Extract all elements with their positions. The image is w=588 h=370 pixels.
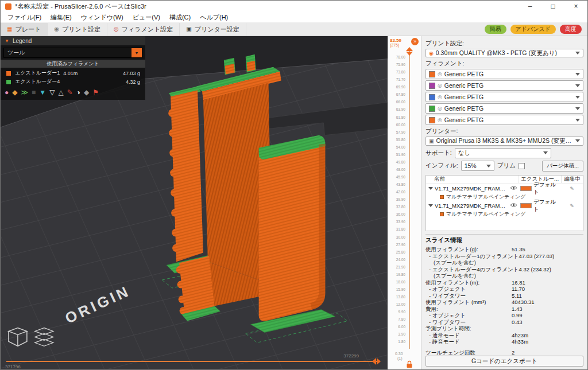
eye-icon[interactable] [508,185,519,192]
legend-view-options: ●◆≫■▼▽△✎◑◆⚑ [1,86,145,100]
menu-item[interactable]: 構成(C) [165,13,195,22]
slice-info-value: 0.99 [512,312,523,319]
layer-tick: 69.90 [388,85,405,89]
filament-select[interactable]: ◎ Generic PETG [425,69,583,79]
filament-name: Generic PETG [444,94,483,100]
minimize-button[interactable]: – [519,1,541,12]
layer-slider-column: » 82.50 (275) 78.0075.9073.8071.7069.906… [388,36,421,369]
window-title: *名称未設定 - PrusaSlicer-2.6.0 ベースはSlic3r [15,2,146,11]
filament-select[interactable]: ◎ Generic PETG [425,80,583,91]
infill-label: インフィル: [425,162,458,170]
layer-tick: 39.90 [388,198,405,202]
legend-view-option-icon[interactable]: ◆ [12,89,17,96]
layer-slider-handle[interactable] [406,46,413,56]
legend-view-option-icon[interactable]: △ [58,89,63,96]
layer-slider-rail[interactable] [409,50,410,349]
menu-item[interactable]: ビュー(V) [128,13,165,22]
mmu-painting-icon [440,195,444,199]
filament-select[interactable]: ◎ Generic PETG [425,92,583,102]
filament-color-swatch [429,83,435,89]
layer-min-number: (1) [397,356,403,360]
legend-view-option-icon[interactable]: ≫ [21,89,28,96]
printer-select[interactable]: ▣ Original Prusa i3 MK3S & MK3S+ MMU2S (… [425,137,583,145]
object-list: 名前 エクストルー... 編集中 V1.71_MX279MDK_FRAME_A1… [425,175,583,232]
slice-info-value: 2 [512,349,514,356]
extruder-value: デフォルト [533,181,561,196]
brim-checkbox[interactable] [519,163,525,169]
layer-tick: 75.90 [388,63,405,67]
lock-icon[interactable] [406,360,413,368]
layer-tick: 30.00 [388,236,405,240]
printer-icon: ▣ [429,138,434,144]
menu-item[interactable]: ウィンドウ(W) [76,13,128,22]
legend-view-option-icon[interactable]: ◆ [84,89,89,96]
mode-advanced-button[interactable]: アドバンスド [510,25,556,34]
expand-caret-icon[interactable] [428,187,433,190]
layer-tick: 49.80 [388,161,405,165]
print-settings-select[interactable]: ◉ 0.30mm QUALITY @MK3 - PETG (変更あり) [425,49,583,57]
expand-caret-icon[interactable] [428,204,433,207]
filament-select[interactable]: ◎ Generic PETG [425,103,583,114]
tab-printer-settings[interactable]: ▣ プリンター設定 [180,23,246,36]
mode-simple-button[interactable]: 簡易 [485,25,506,34]
layer-max-number: (275) [390,43,399,47]
maximize-button[interactable]: □ [541,1,564,12]
slice-info-row: 予測プリント時間: [425,325,583,332]
chevron-down-icon [575,96,580,99]
slice-info-label: - オブジェクト [425,286,512,293]
extruder-value: デフォルト [533,198,561,213]
filament-select[interactable]: ◎ Generic PETG [425,115,583,125]
mode-expert-button[interactable]: 高度 [560,25,582,34]
slice-info-label: - エクストルーダー1のフィラメント [425,253,519,260]
horizontal-slider-handle[interactable] [372,358,381,365]
slice-info-row: - オブジェクト 11.70 [425,286,583,293]
tab-print-settings[interactable]: ◉ プリント設定 [48,23,107,36]
slice-info-label: 使用フィラメント (mm³) [425,299,512,306]
slice-info-row: - ワイプタワー 5.11 [425,293,583,299]
close-button[interactable]: × [564,1,587,12]
object-row[interactable]: V1.71_MX279MDK_FRAME_B.stl デフォルト ✎ [426,201,583,211]
slice-info-row: - エクストルーダー4のフィラメント 4.32 (234.32) [425,266,583,273]
horizontal-move-slider[interactable]: 371796 372299 [6,361,378,362]
slice-info-value: 0.43 [512,319,523,326]
legend-view-option-icon[interactable]: ⚑ [92,89,99,96]
support-select[interactable]: なし [455,148,551,158]
legend-filament-row: エクストルーダー1 4.01m 47.03 g [1,69,145,77]
legend-view-select[interactable]: ツール ▼ [3,48,142,58]
layer-tick: 45.90 [388,176,405,180]
legend-view-option-icon[interactable]: ● [5,89,9,96]
edit-icon[interactable]: ✎ [561,203,583,209]
eye-icon[interactable] [508,202,519,209]
legend-view-option-icon[interactable]: ◑ [76,89,80,96]
slice-info-row: 使用フィラメント(m): 16.81 [425,279,583,286]
layer-tick: 1.80 [388,340,405,344]
tab-filament-settings[interactable]: ◎ フィラメント設定 [107,23,180,36]
legend-header[interactable]: ▼ Legend [1,36,145,45]
layer-max-value: 82.50 [390,38,401,43]
mode-switcher: 簡易 アドバンスド 高度 [485,23,587,36]
printer-icon: ▣ [186,26,191,32]
infill-select[interactable]: 15% [461,161,494,171]
printer-label: プリンター: [425,127,583,135]
legend-view-option-icon[interactable]: ✎ [67,89,73,96]
title-bar: *名称未設定 - PrusaSlicer-2.6.0 ベースはSlic3r – … [1,1,587,12]
menu-item[interactable]: 編集(E) [46,13,76,22]
object-row[interactable]: V1.71_MX279MDK_FRAME_A1.stl デフォルト ✎ [426,184,583,193]
legend-view-option-icon[interactable]: ▼ [39,89,46,96]
legend-panel: ▼ Legend ツール ▼ 使用済みフィラメント エクストルーダー1 4.01… [1,36,145,100]
viewport-3d[interactable]: ORIGIN ▼ Legend ツール [1,36,388,369]
export-gcode-button[interactable]: Gコードのエクスポート [425,356,583,367]
layer-tick: 61.80 [388,116,405,120]
layer-tick: 48.00 [388,168,405,172]
edit-icon[interactable]: ✎ [561,186,583,192]
legend-view-option-icon[interactable]: ▽ [49,89,55,96]
collapse-sidebar-button[interactable]: » [411,38,419,45]
legend-view-dropdown-button[interactable]: ▼ [131,48,142,57]
legend-view-option-icon[interactable]: ■ [32,89,36,96]
purge-volumes-button[interactable]: パージ体積... [542,161,583,172]
legend-view-value: ツール [7,49,25,57]
slice-info-row: 費用: 1.43 [425,306,583,313]
menu-item[interactable]: ヘルプ(H) [195,13,233,22]
menu-item[interactable]: ファイル(F) [3,13,46,22]
tab-plate[interactable]: ▦ プレート [1,23,48,36]
